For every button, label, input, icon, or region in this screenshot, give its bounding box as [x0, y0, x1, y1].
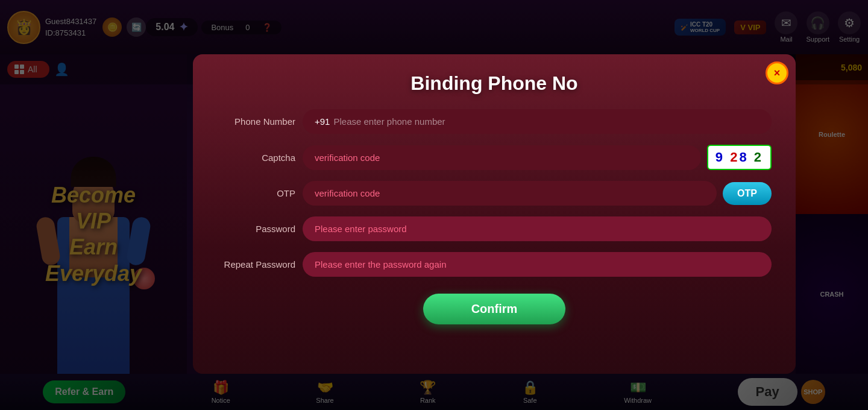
captcha-row: Captcha 9 28 2 — [217, 145, 772, 170]
phone-prefix: +91 — [315, 116, 330, 127]
phone-input-box[interactable]: +91 Please enter phone number — [303, 109, 772, 134]
phone-label: Phone Number — [217, 116, 295, 127]
captcha-label: Captcha — [217, 153, 295, 163]
repeat-label: Repeat Password — [217, 259, 295, 270]
otp-button[interactable]: OTP — [723, 182, 772, 205]
modal-title: Binding Phone No — [410, 72, 577, 95]
password-label: Password — [217, 224, 295, 234]
otp-input-group: OTP — [303, 181, 772, 206]
modal-close-button[interactable]: × — [766, 62, 788, 84]
binding-phone-modal: × Binding Phone No Phone Number +91 Plea… — [193, 54, 796, 374]
captcha-input[interactable] — [303, 145, 701, 170]
otp-input[interactable] — [303, 181, 717, 206]
password-input[interactable] — [303, 216, 772, 241]
confirm-button[interactable]: Confirm — [423, 294, 566, 324]
otp-row: OTP OTP — [217, 181, 772, 206]
captcha-image[interactable]: 9 28 2 — [707, 145, 772, 170]
repeat-password-input[interactable] — [303, 252, 772, 277]
captcha-input-group: 9 28 2 — [303, 145, 772, 170]
phone-placeholder: Please enter phone number — [333, 116, 445, 127]
repeat-password-row: Repeat Password — [217, 252, 772, 277]
phone-row: Phone Number +91 Please enter phone numb… — [217, 109, 772, 134]
otp-label: OTP — [217, 188, 295, 198]
password-row: Password — [217, 216, 772, 241]
